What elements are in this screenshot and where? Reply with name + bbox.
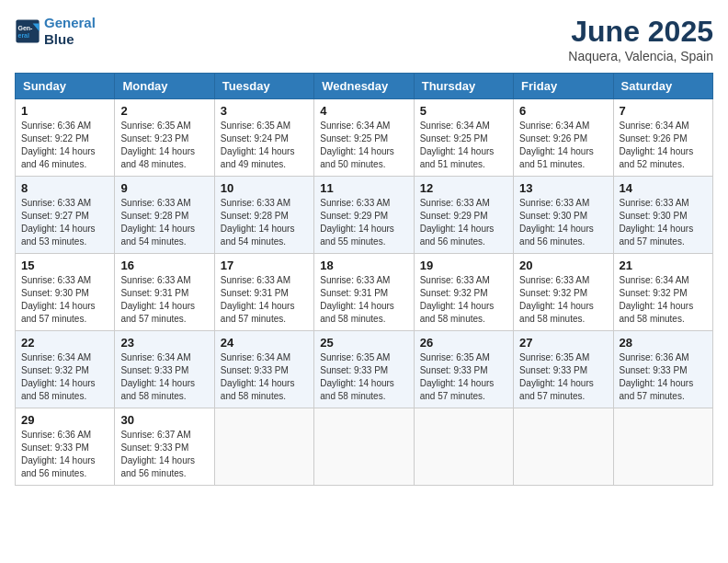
- day-number: 8: [21, 181, 108, 195]
- calendar-day-7: 7Sunrise: 6:34 AM Sunset: 9:26 PM Daylig…: [613, 99, 712, 177]
- calendar-week-3: 15Sunrise: 6:33 AM Sunset: 9:30 PM Dayli…: [16, 254, 713, 331]
- day-number: 16: [120, 259, 208, 272]
- calendar-day-14: 14Sunrise: 6:33 AM Sunset: 9:30 PM Dayli…: [613, 177, 712, 254]
- calendar-day-27: 27Sunrise: 6:35 AM Sunset: 9:33 PM Dayli…: [514, 331, 613, 408]
- day-number: 1: [21, 104, 108, 118]
- day-number: 19: [420, 259, 507, 272]
- calendar-title: June 2025: [568, 15, 713, 49]
- calendar-empty-cell: [314, 408, 414, 486]
- calendar-day-25: 25Sunrise: 6:35 AM Sunset: 9:33 PM Dayli…: [314, 331, 414, 408]
- column-header-thursday: Thursday: [414, 74, 513, 99]
- svg-text:Gen-: Gen-: [18, 25, 34, 31]
- calendar-day-24: 24Sunrise: 6:34 AM Sunset: 9:33 PM Dayli…: [214, 331, 313, 408]
- column-header-tuesday: Tuesday: [214, 74, 313, 99]
- day-info: Sunrise: 6:33 AM Sunset: 9:28 PM Dayligh…: [120, 197, 208, 248]
- calendar-day-28: 28Sunrise: 6:36 AM Sunset: 9:33 PM Dayli…: [613, 331, 712, 408]
- day-number: 2: [120, 104, 208, 118]
- day-info: Sunrise: 6:34 AM Sunset: 9:33 PM Dayligh…: [221, 351, 308, 403]
- calendar-empty-cell: [514, 408, 613, 486]
- calendar-day-5: 5Sunrise: 6:34 AM Sunset: 9:25 PM Daylig…: [414, 99, 513, 177]
- day-number: 20: [519, 259, 607, 272]
- calendar-day-22: 22Sunrise: 6:34 AM Sunset: 9:32 PM Dayli…: [16, 331, 115, 408]
- day-info: Sunrise: 6:33 AM Sunset: 9:32 PM Dayligh…: [519, 274, 607, 326]
- calendar-day-20: 20Sunrise: 6:33 AM Sunset: 9:32 PM Dayli…: [514, 254, 613, 331]
- day-info: Sunrise: 6:34 AM Sunset: 9:33 PM Dayligh…: [120, 351, 208, 403]
- day-number: 26: [420, 336, 507, 350]
- day-number: 10: [221, 181, 308, 195]
- day-number: 5: [420, 104, 507, 118]
- calendar-day-13: 13Sunrise: 6:33 AM Sunset: 9:30 PM Dayli…: [514, 177, 613, 254]
- day-number: 11: [320, 181, 407, 195]
- day-number: 30: [120, 413, 208, 427]
- title-area: June 2025 Naquera, Valencia, Spain: [568, 15, 713, 63]
- calendar-day-29: 29Sunrise: 6:36 AM Sunset: 9:33 PM Dayli…: [16, 408, 115, 486]
- day-info: Sunrise: 6:33 AM Sunset: 9:32 PM Dayligh…: [420, 274, 507, 326]
- day-info: Sunrise: 6:34 AM Sunset: 9:25 PM Dayligh…: [320, 120, 407, 171]
- calendar-day-18: 18Sunrise: 6:33 AM Sunset: 9:31 PM Dayli…: [314, 254, 414, 331]
- day-info: Sunrise: 6:35 AM Sunset: 9:33 PM Dayligh…: [519, 351, 607, 403]
- column-header-wednesday: Wednesday: [314, 74, 414, 99]
- svg-text:eral: eral: [18, 32, 30, 39]
- logo-icon: Gen- eral: [15, 18, 40, 44]
- calendar-empty-cell: [613, 408, 712, 486]
- calendar-header-row: SundayMondayTuesdayWednesdayThursdayFrid…: [16, 74, 713, 99]
- page-header: Gen- eral GeneralBlue June 2025 Naquera,…: [15, 15, 713, 63]
- day-number: 3: [221, 104, 308, 118]
- day-number: 27: [519, 336, 607, 350]
- day-number: 25: [320, 336, 407, 350]
- day-info: Sunrise: 6:33 AM Sunset: 9:29 PM Dayligh…: [420, 197, 507, 248]
- calendar-week-5: 29Sunrise: 6:36 AM Sunset: 9:33 PM Dayli…: [16, 408, 713, 486]
- calendar-day-2: 2Sunrise: 6:35 AM Sunset: 9:23 PM Daylig…: [115, 99, 214, 177]
- day-number: 13: [519, 181, 607, 195]
- day-info: Sunrise: 6:34 AM Sunset: 9:26 PM Dayligh…: [620, 120, 707, 171]
- day-number: 9: [120, 181, 208, 195]
- day-number: 14: [620, 181, 707, 195]
- day-info: Sunrise: 6:33 AM Sunset: 9:30 PM Dayligh…: [620, 197, 707, 248]
- svg-rect-0: [16, 19, 39, 42]
- calendar-subtitle: Naquera, Valencia, Spain: [568, 49, 713, 63]
- calendar-day-9: 9Sunrise: 6:33 AM Sunset: 9:28 PM Daylig…: [115, 177, 214, 254]
- day-info: Sunrise: 6:33 AM Sunset: 9:27 PM Dayligh…: [21, 197, 108, 248]
- day-info: Sunrise: 6:33 AM Sunset: 9:28 PM Dayligh…: [221, 197, 308, 248]
- day-info: Sunrise: 6:35 AM Sunset: 9:33 PM Dayligh…: [420, 351, 507, 403]
- day-info: Sunrise: 6:35 AM Sunset: 9:33 PM Dayligh…: [320, 351, 407, 403]
- day-number: 23: [120, 336, 208, 350]
- day-info: Sunrise: 6:36 AM Sunset: 9:33 PM Dayligh…: [21, 429, 108, 480]
- calendar-day-21: 21Sunrise: 6:34 AM Sunset: 9:32 PM Dayli…: [613, 254, 712, 331]
- day-info: Sunrise: 6:37 AM Sunset: 9:33 PM Dayligh…: [120, 429, 208, 480]
- day-number: 18: [320, 259, 407, 272]
- calendar-day-23: 23Sunrise: 6:34 AM Sunset: 9:33 PM Dayli…: [115, 331, 214, 408]
- calendar-day-17: 17Sunrise: 6:33 AM Sunset: 9:31 PM Dayli…: [214, 254, 313, 331]
- day-info: Sunrise: 6:33 AM Sunset: 9:31 PM Dayligh…: [320, 274, 407, 326]
- column-header-sunday: Sunday: [16, 74, 115, 99]
- column-header-saturday: Saturday: [613, 74, 712, 99]
- column-header-friday: Friday: [514, 74, 613, 99]
- calendar-day-15: 15Sunrise: 6:33 AM Sunset: 9:30 PM Dayli…: [16, 254, 115, 331]
- day-number: 24: [221, 336, 308, 350]
- day-number: 15: [21, 259, 108, 272]
- day-info: Sunrise: 6:34 AM Sunset: 9:32 PM Dayligh…: [21, 351, 108, 403]
- calendar-week-2: 8Sunrise: 6:33 AM Sunset: 9:27 PM Daylig…: [16, 177, 713, 254]
- calendar-day-4: 4Sunrise: 6:34 AM Sunset: 9:25 PM Daylig…: [314, 99, 414, 177]
- day-info: Sunrise: 6:33 AM Sunset: 9:31 PM Dayligh…: [221, 274, 308, 326]
- logo: Gen- eral GeneralBlue: [15, 15, 96, 48]
- calendar-day-12: 12Sunrise: 6:33 AM Sunset: 9:29 PM Dayli…: [414, 177, 513, 254]
- day-info: Sunrise: 6:35 AM Sunset: 9:24 PM Dayligh…: [221, 120, 308, 171]
- day-number: 17: [221, 259, 308, 272]
- day-number: 7: [620, 104, 707, 118]
- calendar-day-30: 30Sunrise: 6:37 AM Sunset: 9:33 PM Dayli…: [115, 408, 214, 486]
- day-info: Sunrise: 6:36 AM Sunset: 9:33 PM Dayligh…: [620, 351, 707, 403]
- column-header-monday: Monday: [115, 74, 214, 99]
- calendar-day-6: 6Sunrise: 6:34 AM Sunset: 9:26 PM Daylig…: [514, 99, 613, 177]
- calendar-empty-cell: [214, 408, 313, 486]
- calendar-day-16: 16Sunrise: 6:33 AM Sunset: 9:31 PM Dayli…: [115, 254, 214, 331]
- logo-text: GeneralBlue: [44, 15, 96, 48]
- calendar-day-19: 19Sunrise: 6:33 AM Sunset: 9:32 PM Dayli…: [414, 254, 513, 331]
- day-info: Sunrise: 6:34 AM Sunset: 9:32 PM Dayligh…: [620, 274, 707, 326]
- day-number: 29: [21, 413, 108, 427]
- calendar-table: SundayMondayTuesdayWednesdayThursdayFrid…: [15, 73, 713, 486]
- calendar-week-1: 1Sunrise: 6:36 AM Sunset: 9:22 PM Daylig…: [16, 99, 713, 177]
- calendar-empty-cell: [414, 408, 513, 486]
- day-number: 12: [420, 181, 507, 195]
- day-info: Sunrise: 6:34 AM Sunset: 9:25 PM Dayligh…: [420, 120, 507, 171]
